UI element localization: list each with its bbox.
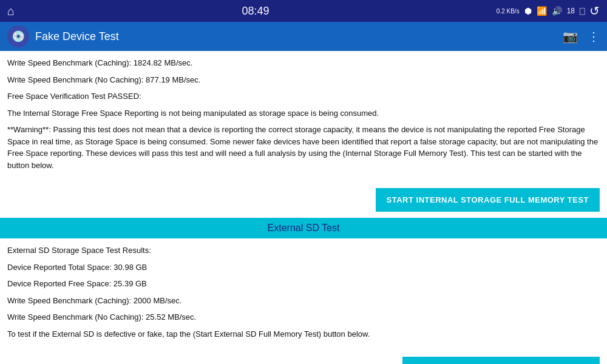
internal-btn-row: START INTERNAL STORAGE FULL MEMORY TEST (0, 182, 607, 218)
status-bar-right: 0.2 KB/s ⬢ 📶 🔊 18 ⎕ ↺ (497, 4, 600, 18)
back-icon[interactable]: ↺ (589, 4, 600, 18)
status-bar: ⌂ 08:49 0.2 KB/s ⬢ 📶 🔊 18 ⎕ ↺ (0, 0, 607, 22)
write-speed-caching: Write Speed Benchmark (Caching): 1824.82… (7, 57, 600, 69)
app-title: Fake Device Test (35, 30, 119, 43)
volume-level: 18 (567, 7, 575, 15)
content-area: Write Speed Benchmark (Caching): 1824.82… (0, 51, 607, 364)
external-sd-write-caching: Write Speed Benchmark (Caching): 2000 MB… (7, 295, 600, 307)
more-options-icon[interactable]: ⋮ (588, 29, 600, 44)
start-external-sd-button[interactable]: START EXTERNAL SD FULL MEMORY TEST (402, 357, 600, 364)
volume-icon: 🔊 (552, 6, 562, 16)
external-sd-results-title: External SD Storage Space Test Results: (7, 244, 600, 257)
external-sd-content: External SD Storage Space Test Results: … (0, 238, 607, 351)
internal-storage-content: Write Speed Benchmark (Caching): 1824.82… (0, 51, 607, 182)
status-bar-time: 08:49 (242, 5, 269, 18)
warning-text: **Warning**: Passing this test does not … (7, 124, 600, 171)
free-space-title: Free Space Verification Test PASSED: (7, 90, 600, 103)
external-sd-test-note: To test if the External SD is defective … (7, 328, 600, 340)
status-bar-left: ⌂ (7, 4, 15, 18)
bluetooth-icon: ⬢ (524, 6, 532, 16)
app-icon-glyph: 💿 (12, 30, 25, 43)
external-sd-free-space: Device Reported Free Space: 25.39 GB (7, 278, 600, 290)
title-bar: 💿 Fake Device Test 📷 ⋮ (0, 22, 607, 51)
title-bar-right: 📷 ⋮ (563, 29, 600, 44)
wifi-icon: 📶 (537, 6, 547, 16)
home-icon[interactable]: ⌂ (7, 4, 15, 18)
network-speed: 0.2 KB/s (497, 8, 520, 15)
title-bar-left: 💿 Fake Device Test (7, 25, 119, 47)
app-icon: 💿 (7, 25, 29, 47)
external-sd-write-no-caching: Write Speed Benchmark (No Caching): 25.5… (7, 311, 600, 323)
free-space-body: The Internal Storage Free Space Reportin… (7, 107, 600, 120)
external-btn-row: START EXTERNAL SD FULL MEMORY TEST (0, 351, 607, 364)
external-sd-header: External SD Test (0, 218, 607, 238)
screen-mirror-icon: ⎕ (580, 6, 585, 16)
write-speed-no-caching: Write Speed Benchmark (No Caching): 877.… (7, 74, 600, 86)
camera-icon[interactable]: 📷 (563, 29, 578, 44)
start-internal-storage-button[interactable]: START INTERNAL STORAGE FULL MEMORY TEST (376, 188, 600, 212)
external-sd-total-space: Device Reported Total Space: 30.98 GB (7, 261, 600, 274)
